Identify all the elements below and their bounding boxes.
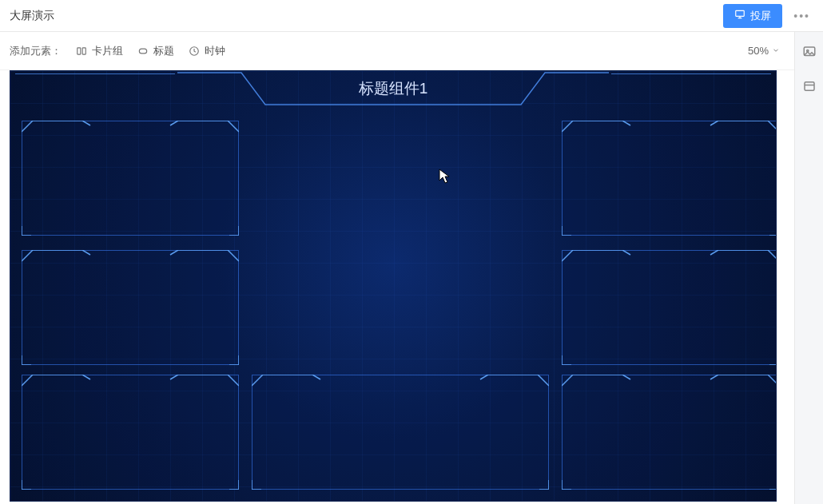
svg-rect-7 [805, 82, 814, 91]
title-component-text: 标题组件1 [359, 78, 428, 99]
dashboard-card[interactable] [22, 250, 239, 365]
toolbar-item-label: 卡片组 [92, 44, 123, 58]
add-title-button[interactable]: 标题 [137, 44, 174, 58]
add-clock-button[interactable]: 时钟 [189, 44, 225, 58]
dashboard-card[interactable] [562, 121, 777, 236]
cursor-icon [439, 169, 451, 187]
title-component[interactable]: 标题组件1 [177, 71, 609, 106]
layers-icon[interactable] [799, 76, 820, 99]
side-panel [794, 32, 823, 504]
dashboard-card[interactable] [22, 121, 239, 236]
dashboard-canvas[interactable]: 标题组件1 [10, 70, 777, 502]
monitor-icon [734, 9, 745, 22]
cast-screen-button[interactable]: 投屏 [723, 4, 782, 28]
add-card-group-button[interactable]: 卡片组 [76, 44, 123, 58]
chevron-down-icon [772, 45, 780, 57]
card-group-icon [76, 46, 87, 57]
decor-line [611, 73, 771, 74]
toolbar-label: 添加元素： [10, 44, 62, 58]
zoom-value: 50% [748, 45, 769, 57]
toolbar-item-label: 时钟 [205, 44, 225, 58]
dashboard-card[interactable] [562, 375, 777, 490]
decor-line [15, 73, 175, 74]
element-toolbar: 添加元素： 卡片组 [0, 32, 794, 70]
toolbar-item-label: 标题 [153, 44, 174, 58]
svg-rect-3 [139, 49, 146, 54]
svg-rect-0 [736, 10, 745, 16]
title-icon [137, 46, 149, 57]
dashboard-card[interactable] [252, 375, 549, 490]
cast-button-label: 投屏 [750, 9, 771, 23]
zoom-selector[interactable]: 50% [748, 45, 785, 57]
more-icon[interactable]: ••• [790, 6, 813, 26]
clock-icon [189, 46, 200, 57]
image-icon[interactable] [799, 42, 820, 65]
page-title: 大屏演示 [10, 9, 54, 23]
svg-rect-2 [82, 47, 85, 54]
app-header: 大屏演示 投屏 ••• [0, 0, 823, 32]
dashboard-card[interactable] [22, 375, 239, 490]
svg-rect-1 [78, 47, 81, 54]
dashboard-card[interactable] [562, 250, 777, 365]
